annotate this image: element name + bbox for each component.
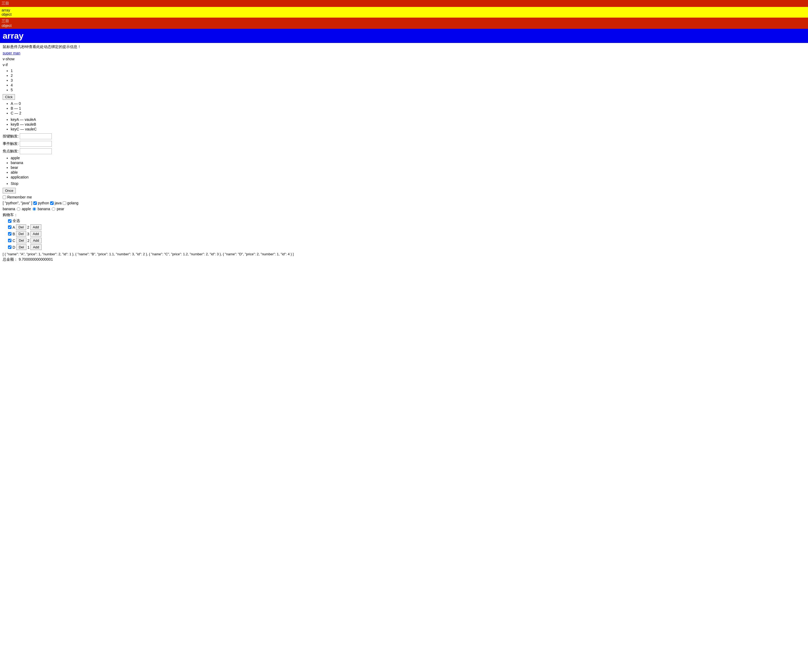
stop-list: Stop bbox=[11, 182, 805, 186]
cart-select-all-checkbox[interactable] bbox=[8, 219, 12, 223]
fruit-banana: banana bbox=[11, 161, 805, 165]
abc-item-a: A — 0 bbox=[11, 102, 805, 106]
cart-total-value: 9.700000000000001 bbox=[19, 257, 53, 262]
cart-item-c-checkbox[interactable] bbox=[8, 239, 12, 242]
cart-item-c-qty: 2 bbox=[27, 238, 30, 243]
once-button[interactable]: Once bbox=[3, 188, 16, 193]
bar2-line2: object bbox=[2, 12, 806, 17]
event-input[interactable] bbox=[20, 141, 52, 147]
abc-list: A — 0 B — 1 C — 2 bbox=[11, 102, 805, 115]
bar2-line1: array bbox=[2, 8, 806, 12]
cart-item-d-checkbox[interactable] bbox=[8, 245, 12, 249]
cart-title: 购物车： bbox=[3, 213, 805, 217]
cart-total: 总金额： 9.700000000000001 bbox=[3, 257, 805, 262]
cart-item-a-name: A bbox=[13, 225, 15, 229]
cart-item-c-del[interactable]: Del bbox=[16, 238, 27, 243]
cart-select-all-item: 全选 bbox=[8, 218, 805, 223]
cart-item-b-add[interactable]: Add bbox=[30, 231, 41, 237]
golang-label: golang bbox=[67, 201, 78, 205]
number-list: 1 2 3 4 5 bbox=[11, 68, 805, 92]
cart-item-d-name: D bbox=[13, 245, 15, 249]
vshow-label: v-show bbox=[3, 57, 805, 61]
click-button[interactable]: Click bbox=[3, 94, 15, 100]
fruit-application: application bbox=[11, 175, 805, 179]
bar1: 三目 bbox=[0, 0, 808, 7]
cart-item-b-name: B bbox=[13, 232, 15, 236]
cart-item-d-qty: 1 bbox=[27, 245, 30, 249]
fruit-list: apple banana bear able application bbox=[11, 156, 805, 179]
radio-apple-label: apple bbox=[22, 207, 31, 211]
cart-item-a-checkbox[interactable] bbox=[8, 225, 12, 229]
radio-pear-label: pear bbox=[57, 207, 64, 211]
focus-label: 焦点触发: bbox=[3, 149, 19, 153]
python-label: python bbox=[38, 201, 49, 205]
java-label: java bbox=[55, 201, 62, 205]
keys-list: keyA — vauleA keyB — vauleB keyC — vaule… bbox=[11, 117, 805, 131]
python-checkbox[interactable] bbox=[33, 202, 37, 205]
radio-banana[interactable] bbox=[33, 207, 36, 211]
cart-item-b-checkbox[interactable] bbox=[8, 232, 12, 235]
list-item: 3 bbox=[11, 78, 805, 82]
cart-list: 全选 A Del 2 Add B Del 3 Add C D bbox=[8, 218, 805, 250]
radio-pear[interactable] bbox=[52, 207, 55, 211]
list-item: 5 bbox=[11, 88, 805, 92]
cart-item-a: A Del 2 Add bbox=[8, 224, 805, 230]
key-item-b: keyB — vauleB bbox=[11, 122, 805, 127]
bar3: 三目 object bbox=[0, 18, 808, 29]
cart-item-b-qty: 3 bbox=[27, 232, 29, 236]
cart-item-d-del[interactable]: Del bbox=[16, 244, 27, 250]
bar2: array object bbox=[0, 7, 808, 18]
focus-input[interactable] bbox=[20, 148, 52, 154]
radio-banana-label: banana bbox=[38, 207, 50, 211]
fruit-able: able bbox=[11, 170, 805, 175]
bar4-text: array bbox=[3, 31, 23, 40]
abc-item-c: C — 2 bbox=[11, 111, 805, 115]
fruit-bear: bear bbox=[11, 165, 805, 170]
remember-me-label: Remember me bbox=[7, 195, 32, 199]
vif-label: v-if bbox=[3, 63, 805, 67]
cart-item-c: C Del 2 Add bbox=[8, 238, 805, 243]
checkboxes-value: [ "python", "java" ] bbox=[3, 201, 32, 205]
fruit-apple: apple bbox=[11, 156, 805, 160]
bar3-text: 三目 bbox=[2, 19, 806, 23]
cart-item-c-name: C bbox=[13, 238, 15, 243]
cart-json: [ { "name": "A", "price": 1, "number": 2… bbox=[3, 252, 805, 256]
tooltip-hint: 鼠标悬停几秒钟查看此处动态绑定的提示信息！ bbox=[3, 45, 805, 49]
list-item: 1 bbox=[11, 68, 805, 73]
list-item: 2 bbox=[11, 73, 805, 78]
cart-item-a-add[interactable]: Add bbox=[30, 224, 41, 230]
key-item-a: keyA — vauleA bbox=[11, 117, 805, 122]
cart-item-a-del[interactable]: Del bbox=[16, 224, 26, 230]
bar1-text: 三目 bbox=[2, 1, 9, 5]
cart-item-d-add[interactable]: Add bbox=[30, 244, 41, 250]
keypress-input[interactable] bbox=[20, 133, 52, 139]
cart-select-all-label: 全选 bbox=[13, 218, 20, 223]
cart-item-c-add[interactable]: Add bbox=[30, 238, 41, 243]
radio-apple[interactable] bbox=[17, 207, 20, 211]
abc-item-b: B — 1 bbox=[11, 106, 805, 110]
java-checkbox[interactable] bbox=[50, 202, 53, 205]
cart-item-b-del[interactable]: Del bbox=[16, 231, 26, 237]
event-label: 事件触发: bbox=[3, 142, 19, 146]
list-item: 4 bbox=[11, 83, 805, 87]
bar4: array bbox=[0, 29, 808, 43]
super-man-link[interactable]: super man bbox=[3, 51, 20, 55]
cart-item-d: D Del 1 Add bbox=[8, 244, 805, 250]
cart-total-label: 总金额： bbox=[3, 257, 18, 262]
cart-item-b: B Del 3 Add bbox=[8, 231, 805, 237]
keypress-label: 按键触发: bbox=[3, 134, 19, 139]
golang-checkbox[interactable] bbox=[63, 202, 66, 205]
cart-item-a-qty: 2 bbox=[27, 225, 29, 229]
remember-me-checkbox[interactable] bbox=[3, 195, 6, 199]
bar3-line2: object bbox=[2, 23, 806, 28]
key-item-c: keyC — vauleC bbox=[11, 127, 805, 131]
radio-value: banana bbox=[3, 207, 15, 211]
stop-item: Stop bbox=[11, 182, 805, 186]
